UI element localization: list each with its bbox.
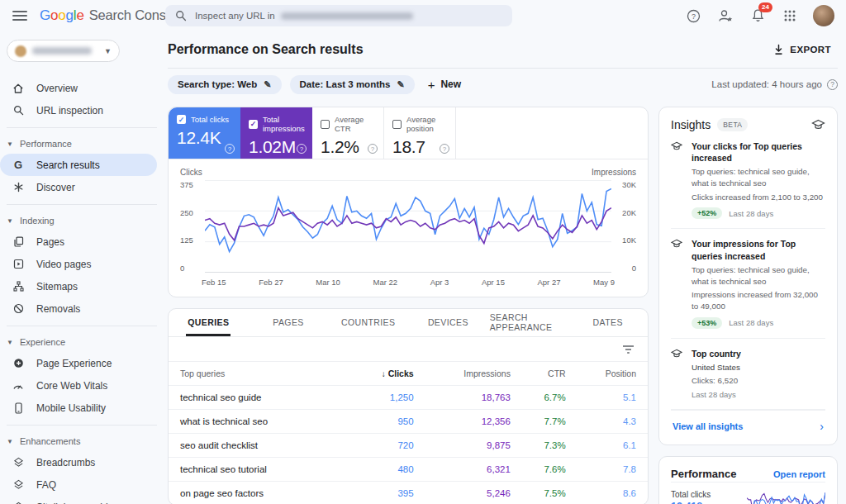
insights-panel: Insights BETA Your clicks for Top querie…	[658, 107, 838, 445]
table-row[interactable]: what is technical seo 950 12,356 7.7% 4.…	[169, 410, 648, 434]
left-axis-title: Clicks	[180, 168, 202, 177]
sidebar-section-experience[interactable]: ▼ Experience	[0, 332, 165, 352]
download-icon	[773, 44, 784, 55]
sidebar-item-faq[interactable]: FAQ	[0, 473, 157, 496]
export-button[interactable]: EXPORT	[767, 39, 838, 60]
filter-funnel-icon[interactable]	[622, 345, 634, 354]
mobile-icon	[12, 402, 25, 414]
property-selector[interactable]: ▼	[7, 40, 120, 62]
sidebar-item-sitelinks-searchbox[interactable]: Sitelinks searchbox	[0, 496, 157, 504]
video-pages-icon	[12, 259, 25, 269]
sidebar-item-discover[interactable]: Discover	[0, 176, 157, 198]
checkbox-checked-icon[interactable]: ✓	[249, 120, 258, 129]
checkbox-unchecked-icon[interactable]	[321, 120, 330, 129]
checkbox-unchecked-icon[interactable]	[392, 120, 402, 129]
view-all-insights-link[interactable]: View all insights ›	[671, 410, 825, 436]
search-type-filter-chip[interactable]: Search type: Web ✎	[168, 75, 282, 94]
metric-tile-average-ctr[interactable]: Average CTR 1.2% ?	[312, 107, 384, 159]
column-header-impressions[interactable]: Impressions	[425, 362, 522, 386]
sidebar-item-label: Overview	[36, 83, 78, 94]
sidebar-section-indexing[interactable]: ▼ Indexing	[0, 211, 165, 231]
sidebar-section-performance[interactable]: ▼ Performance	[0, 134, 165, 154]
feedback-user-icon[interactable]	[716, 7, 734, 25]
app-logo[interactable]: Google Search Console	[40, 7, 183, 24]
url-inspect-search-input[interactable]: Inspect any URL in	[165, 5, 512, 26]
beta-badge: BETA	[717, 118, 748, 131]
metric-tile-total-clicks[interactable]: ✓ Total clicks 12.4K ?	[169, 107, 240, 159]
discover-icon	[12, 182, 25, 193]
chevron-down-icon: ▼	[7, 217, 13, 225]
perf-row-total-clicks[interactable]: Total clicks 12,418 +8%	[671, 482, 825, 504]
insight-item-top-country[interactable]: Top country United States Clicks: 6,520 …	[671, 339, 825, 411]
sidebar-item-search-results[interactable]: G Search results	[0, 154, 157, 176]
performance-summary-panel: Performance Open report Total clicks 12,…	[658, 456, 838, 504]
open-report-link[interactable]: Open report	[773, 469, 825, 479]
sidebar-item-label: Search results	[36, 159, 100, 171]
column-header-ctr[interactable]: CTR	[522, 362, 577, 386]
sidebar-item-mobile-usability[interactable]: Mobile Usability	[0, 397, 157, 419]
sidebar-item-video-pages[interactable]: Video pages	[0, 253, 157, 275]
notifications-bell-icon[interactable]: 24	[749, 7, 767, 25]
edit-pencil-icon: ✎	[264, 79, 271, 90]
left-axis-ticks: 3752501250	[180, 180, 205, 273]
chart-plot-area[interactable]	[205, 180, 611, 273]
insight-item-clicks-increase[interactable]: Your clicks for Top queries increased To…	[671, 131, 825, 229]
delta-badge: +53%	[692, 317, 722, 329]
tab-queries[interactable]: QUERIES	[169, 309, 249, 336]
date-filter-chip[interactable]: Date: Last 3 months ✎	[290, 75, 415, 94]
sidebar-item-url-inspection[interactable]: URL inspection	[0, 99, 157, 121]
checkbox-checked-icon[interactable]: ✓	[177, 115, 186, 124]
help-circle-icon[interactable]: ?	[827, 79, 838, 90]
hamburger-menu-icon[interactable]	[8, 4, 31, 27]
column-header-clicks[interactable]: ↓Clicks	[353, 362, 425, 386]
sidebar-section-enhancements[interactable]: ▼ Enhancements	[0, 431, 165, 451]
tab-countries[interactable]: COUNTRIES	[328, 309, 408, 336]
table-row[interactable]: on page seo factors 395 5,246 7.5% 8.6	[169, 482, 648, 504]
sidebar-item-label: Removals	[36, 303, 80, 315]
table-row[interactable]: technical seo guide 1,250 18,763 6.7% 5.…	[169, 386, 648, 410]
table-row[interactable]: seo audit checklist 720 9,875 7.3% 6.1	[169, 434, 648, 458]
user-avatar[interactable]	[813, 5, 834, 26]
column-header-position[interactable]: Position	[577, 362, 648, 386]
notification-count-badge: 24	[758, 2, 772, 12]
new-filter-button[interactable]: + New	[428, 78, 461, 92]
sidebar-item-removals[interactable]: Removals	[0, 297, 157, 320]
sidebar-item-pages[interactable]: Pages	[0, 231, 157, 253]
tab-search-appearance[interactable]: SEARCH APPEARANCE	[488, 309, 568, 336]
sidebar-item-overview[interactable]: Overview	[0, 77, 157, 99]
insight-item-impressions-increase[interactable]: Your impressions for Top queries increas…	[671, 229, 825, 338]
last-updated-text: Last updated: 4 hours ago	[711, 79, 822, 89]
sidebar-item-breadcrumbs[interactable]: Breadcrumbs	[0, 451, 157, 473]
sidebar-item-label: Sitemaps	[36, 281, 78, 292]
right-axis-title: Impressions	[592, 168, 636, 177]
magnifier-icon	[12, 105, 25, 116]
performance-panel-title: Performance	[671, 468, 736, 480]
table-row[interactable]: technical seo tutorial 480 6,321 7.6% 7.…	[169, 458, 648, 482]
sparkline-chart	[747, 489, 825, 504]
tab-dates[interactable]: DATES	[568, 309, 648, 336]
column-header-query[interactable]: Top queries	[169, 362, 353, 386]
help-circle-icon[interactable]: ?	[297, 144, 307, 154]
divider	[7, 127, 157, 128]
right-axis-ticks: 30K20K10K0	[611, 180, 636, 273]
enhancement-icon	[12, 479, 25, 490]
sitemaps-icon	[12, 281, 25, 292]
tab-pages[interactable]: PAGES	[249, 309, 329, 336]
apps-grid-icon[interactable]	[781, 7, 799, 25]
sidebar-item-label: Page Experience	[36, 358, 112, 369]
metric-tile-average-position[interactable]: Average position 18.7 ?	[384, 107, 456, 159]
metric-tile-total-impressions[interactable]: ✓ Total impressions 1.02M ?	[240, 107, 312, 159]
sidebar-item-page-experience[interactable]: Page Experience	[0, 352, 157, 374]
sidebar-item-label: Discover	[36, 182, 75, 193]
tab-devices[interactable]: DEVICES	[408, 309, 488, 336]
graduation-cap-icon	[671, 348, 684, 401]
help-circle-icon[interactable]: ?	[225, 144, 235, 154]
help-circle-icon[interactable]: ?	[368, 144, 378, 154]
help-circle-icon[interactable]: ?	[440, 144, 449, 154]
sidebar-item-core-web-vitals[interactable]: Core Web Vitals	[0, 374, 157, 397]
help-icon[interactable]: ?	[684, 7, 702, 25]
graduation-cap-icon[interactable]	[811, 119, 825, 131]
page-experience-icon	[12, 358, 25, 368]
x-axis-ticks: Feb 15Feb 27Mar 10Mar 22Apr 3Apr 15Apr 2…	[202, 278, 615, 287]
sidebar-item-sitemaps[interactable]: Sitemaps	[0, 275, 157, 297]
